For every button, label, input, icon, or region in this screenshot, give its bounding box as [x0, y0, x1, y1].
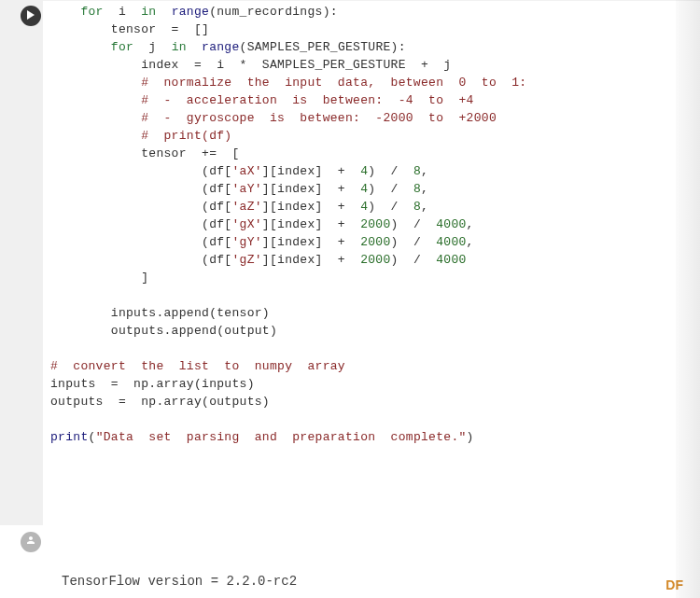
output-avatar [21, 532, 41, 552]
code-token: (df[ [202, 164, 231, 178]
code-token: ) [467, 430, 474, 444]
code-line: (df['gY'][index] + 2000) / 4000, [50, 233, 665, 251]
code-token: 2000 [360, 217, 390, 231]
output-line: TensorFlow version = 2.2.0-rc2 [62, 571, 691, 589]
code-line: outputs = np.array(outputs) [50, 393, 665, 410]
code-token: ][index] + [262, 164, 360, 178]
code-line: print("Data set parsing and preparation … [50, 428, 665, 446]
code-token: (df[ [202, 200, 231, 214]
code-line: (df['gZ'][index] + 2000) / 4000 [50, 251, 665, 269]
code-token: (df[ [202, 217, 231, 231]
code-token: 8 [413, 182, 421, 196]
code-token: 8 [413, 164, 421, 178]
code-token: , [467, 235, 474, 249]
code-token: i [104, 5, 142, 19]
code-line: ] [50, 269, 665, 286]
code-token: ) / [368, 164, 413, 178]
code-line: (df['gX'][index] + 2000) / 4000, [50, 216, 665, 233]
code-token: # print(df) [141, 129, 231, 143]
code-line: # normalize the input data, between 0 to… [50, 74, 665, 91]
cell-top-border [0, 0, 700, 1]
code-token: print [50, 430, 89, 444]
code-token: (df[ [202, 182, 231, 196]
output-area[interactable]: TensorFlow version = 2.2.0-rc2Processing… [62, 530, 691, 595]
play-icon [26, 8, 35, 23]
code-token: 'gZ' [231, 253, 261, 267]
code-token: for [80, 5, 103, 19]
code-line: # convert the list to numpy array [50, 357, 665, 375]
code-token: in [172, 40, 187, 54]
code-line [50, 340, 665, 357]
code-token: range [172, 5, 210, 19]
code-line: (df['aZ'][index] + 4) / 8, [50, 198, 665, 216]
code-token: 4000 [436, 253, 466, 267]
code-token: outputs = np.array(outputs) [50, 395, 270, 409]
run-button[interactable] [21, 6, 41, 26]
code-line: (df['aY'][index] + 4) / 8, [50, 180, 665, 198]
code-token: 'gY' [231, 235, 261, 249]
output-line [62, 589, 691, 598]
code-area[interactable]: for i in range(num_recordings): tensor =… [43, 3, 672, 446]
code-token: in [141, 5, 156, 19]
code-token [156, 5, 171, 19]
code-token: ) / [368, 200, 413, 214]
code-token [187, 40, 202, 54]
code-token: ][index] + [262, 182, 360, 196]
code-token: 'aX' [231, 164, 261, 178]
code-line: outputs.append(output) [50, 322, 665, 340]
code-token: # - acceleration is between: -4 to +4 [141, 93, 473, 107]
code-token: ) / [391, 235, 437, 249]
code-token: (df[ [202, 253, 231, 267]
code-token: inputs = np.array(inputs) [50, 377, 255, 391]
code-token: (num_recordings): [209, 5, 338, 19]
code-token: index = i * SAMPLES_PER_GESTURE + j [141, 58, 451, 72]
code-token: ][index] + [262, 217, 360, 231]
code-token: outputs.append(output) [111, 324, 277, 338]
code-line: inputs = np.array(inputs) [50, 375, 665, 393]
code-token: inputs.append(tensor) [111, 306, 270, 320]
code-token: 'gX' [231, 217, 261, 231]
code-line: # - acceleration is between: -4 to +4 [50, 91, 665, 109]
code-line: for i in range(num_recordings): [50, 3, 665, 21]
code-gutter [0, 0, 43, 525]
code-token: # - gyroscope is between: -2000 to +2000 [141, 111, 497, 125]
code-token: 2000 [360, 235, 390, 249]
code-line: inputs.append(tensor) [50, 304, 665, 322]
code-token: j [133, 40, 172, 54]
code-token: (df[ [202, 235, 231, 249]
right-shadow [676, 0, 700, 598]
code-token: ][index] + [262, 253, 360, 267]
code-token: ) / [368, 182, 413, 196]
code-line: # - gyroscope is between: -2000 to +2000 [50, 109, 665, 127]
code-line [50, 286, 665, 304]
code-token: tensor = [] [111, 22, 209, 36]
code-token: ][index] + [262, 235, 360, 249]
code-token: ][index] + [262, 200, 360, 214]
code-token: ) / [391, 217, 437, 231]
code-token: ( [89, 430, 96, 444]
code-token: 'aY' [231, 182, 261, 196]
code-token: ] [141, 271, 148, 285]
code-token: , [421, 182, 428, 196]
code-line: index = i * SAMPLES_PER_GESTURE + j [50, 56, 665, 74]
code-line [50, 410, 665, 428]
code-token: 8 [413, 200, 421, 214]
code-token: , [421, 200, 428, 214]
code-token: 4000 [436, 217, 466, 231]
code-token: tensor += [ [141, 146, 239, 160]
code-line: tensor += [ [50, 145, 665, 162]
code-token: for [111, 40, 133, 54]
code-line: tensor = [] [50, 21, 665, 38]
code-token: # normalize the input data, between 0 to… [141, 76, 526, 90]
code-token: ) / [391, 253, 437, 267]
code-line: # print(df) [50, 127, 665, 145]
code-token: "Data set parsing and preparation comple… [96, 430, 467, 444]
code-line: (df['aX'][index] + 4) / 8, [50, 162, 665, 180]
code-token: 4000 [436, 235, 466, 249]
user-icon [25, 535, 36, 549]
code-token: , [421, 164, 428, 178]
code-line: for j in range(SAMPLES_PER_GESTURE): [50, 38, 665, 56]
code-token: range [202, 40, 240, 54]
notebook-cell: for i in range(num_recordings): tensor =… [0, 0, 700, 598]
code-token: 2000 [360, 253, 390, 267]
